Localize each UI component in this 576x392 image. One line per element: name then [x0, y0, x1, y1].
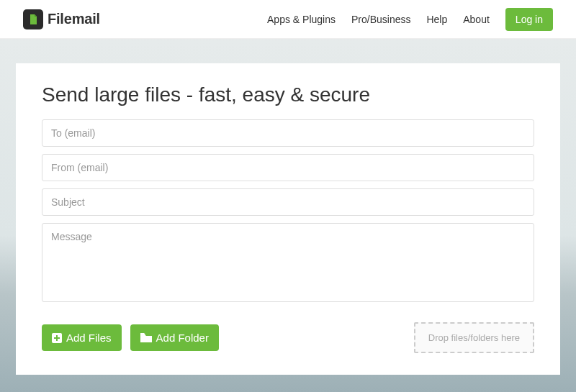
brand-logo-icon [23, 9, 43, 29]
plus-square-icon [52, 333, 62, 343]
send-card: Send large files - fast, easy & secure A… [16, 63, 560, 375]
to-email-field[interactable] [42, 119, 534, 147]
page-title: Send large files - fast, easy & secure [42, 83, 534, 106]
from-email-field[interactable] [42, 154, 534, 181]
brand-logo[interactable]: Filemail [23, 9, 100, 29]
main-nav: Apps & Plugins Pro/Business Help About L… [267, 8, 553, 31]
subject-field[interactable] [42, 188, 534, 216]
add-files-button[interactable]: Add Files [42, 324, 122, 351]
svg-rect-2 [54, 337, 60, 339]
dropzone-label: Drop files/folders here [428, 332, 520, 343]
folder-icon [140, 333, 152, 343]
file-actions-row: Add Files Add Folder Drop files/folders … [42, 322, 534, 353]
add-files-label: Add Files [66, 332, 112, 344]
message-field[interactable] [42, 223, 534, 302]
add-folder-button[interactable]: Add Folder [130, 324, 219, 351]
login-button[interactable]: Log in [505, 8, 553, 31]
nav-apps-plugins[interactable]: Apps & Plugins [267, 14, 336, 25]
nav-help[interactable]: Help [426, 14, 447, 25]
nav-pro-business[interactable]: Pro/Business [351, 14, 410, 25]
brand-name: Filemail [48, 11, 100, 27]
nav-about[interactable]: About [463, 14, 490, 25]
dropzone[interactable]: Drop files/folders here [414, 322, 534, 353]
top-navbar: Filemail Apps & Plugins Pro/Business Hel… [0, 0, 576, 39]
add-folder-label: Add Folder [156, 332, 209, 344]
